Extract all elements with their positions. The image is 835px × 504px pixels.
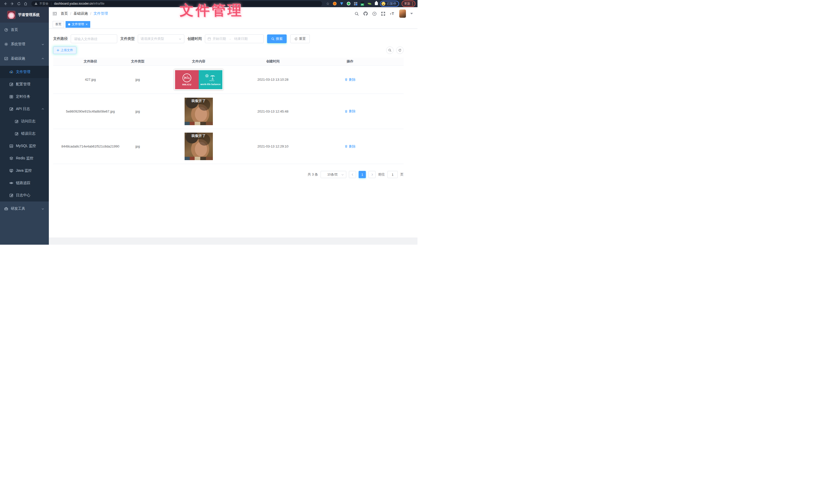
extension-leaf-icon[interactable] [367, 2, 371, 6]
refresh-icon [294, 37, 298, 41]
search-icon [388, 48, 391, 52]
file-path-label: 文件路径 [53, 37, 68, 41]
sidebar-item-error-logs[interactable]: 错误日志 [0, 127, 49, 140]
file-path-input[interactable] [71, 35, 117, 43]
cell-actions: 删除 [297, 77, 404, 82]
browser-back-button[interactable] [2, 1, 9, 6]
cell-file-type: jpg [127, 78, 148, 82]
sidebar-item-scheduled-jobs[interactable]: 定时任务 [0, 90, 49, 103]
sidebar-item-home[interactable]: 首页 [0, 23, 49, 37]
total-count: 共 3 条 [308, 172, 318, 177]
next-page-button[interactable] [368, 171, 375, 178]
delete-button[interactable]: 删除 [345, 77, 355, 82]
badge-right-text: work-life balance [201, 83, 221, 86]
security-warning-icon [35, 2, 38, 5]
sidebar-item-file-management[interactable]: 文件管理 [0, 66, 49, 78]
file-preview-996icu-image[interactable]: 996.ICU work-life balance [174, 69, 223, 90]
browser-menu-kebab-icon[interactable] [412, 2, 413, 5]
extension-puzzle-icon[interactable] [374, 2, 379, 6]
extension-on-switch-icon[interactable]: on [361, 2, 365, 6]
sidebar-collapse-button[interactable] [53, 12, 57, 16]
mysql-chart-icon [9, 144, 13, 148]
sidebar-item-infra[interactable]: 基础设施 [0, 51, 49, 66]
page-size-select[interactable]: 10条/页 [321, 171, 346, 178]
header-actions: ? TT [354, 9, 413, 18]
toolbox-icon [4, 207, 8, 211]
browser-reload-button[interactable] [16, 1, 22, 6]
main-area: 首页 / 基础设施 / 文件管理 ? T [49, 7, 418, 245]
sidebar-item-redis-monitor[interactable]: Redis 监控 [0, 152, 49, 165]
cell-created-time: 2021-03-13 12:45:48 [249, 109, 297, 113]
header-search-icon[interactable] [354, 12, 359, 16]
chevron-right-icon [371, 173, 373, 176]
toggle-search-button[interactable] [386, 46, 393, 54]
breadcrumb-home[interactable]: 首页 [61, 11, 68, 16]
file-type-select[interactable]: 请选择文件类型 [138, 35, 184, 43]
gear-icon [4, 42, 8, 46]
sidebar-logo[interactable]: 芋道管理系统 [0, 7, 49, 23]
upload-file-button[interactable]: 上传文件 [53, 46, 76, 54]
font-size-icon[interactable]: TT [390, 12, 395, 16]
refresh-table-button[interactable] [396, 46, 404, 54]
delete-button[interactable]: 删除 [345, 109, 355, 113]
tab-close-icon[interactable]: × [86, 23, 88, 26]
breadcrumb-file-management[interactable]: 文件管理 [94, 11, 108, 16]
sidebar-item-java-monitor[interactable]: Java 监控 [0, 165, 49, 177]
help-icon[interactable]: ? [372, 12, 376, 16]
log-edit-icon [15, 132, 19, 136]
cell-file-type: jpg [127, 109, 148, 113]
extension-drop-icon[interactable] [340, 2, 344, 6]
extension-grid-icon[interactable] [353, 2, 358, 6]
sidebar-item-tracing[interactable]: 链路追踪 [0, 177, 49, 189]
profile-paused-pill[interactable]: 已暂停 [380, 1, 399, 7]
tags-view-bar: 首页 文件管理 × [49, 20, 418, 29]
table-row: 427.jpg jpg 996.ICU [53, 65, 404, 94]
extension-green-circle-icon[interactable] [347, 2, 351, 6]
cell-file-content: 我裂开了 [148, 98, 249, 125]
bookmark-star-icon[interactable]: ☆ [326, 2, 330, 6]
user-menu-caret-icon[interactable] [410, 13, 413, 14]
sidebar-item-config[interactable]: 配置管理 [0, 78, 49, 90]
user-avatar[interactable] [399, 9, 406, 18]
table-toolbar: 上传文件 [53, 46, 404, 54]
delete-button[interactable]: 删除 [345, 144, 355, 149]
extension-gear-icon[interactable] [333, 2, 337, 6]
dashboard-icon [4, 28, 8, 32]
url-bar[interactable]: 不安全 | dashboard.yudao.iocoder.cn /infra/… [32, 1, 322, 6]
svg-text:?: ? [374, 12, 375, 15]
cell-file-content: 我裂开了 [148, 133, 249, 160]
tab-file-management[interactable]: 文件管理 × [65, 21, 90, 28]
sidebar-item-dev-tools[interactable]: 研发工具 [0, 202, 49, 216]
file-preview-baby-meme-image[interactable]: 我裂开了 [185, 98, 213, 125]
cell-file-path: 8448cada8c714e4ab61f521c8da21990 [53, 144, 127, 148]
security-label: 不安全 [39, 2, 48, 6]
reset-button[interactable]: 重置 [290, 35, 310, 43]
sidebar-item-system[interactable]: 系统管理 [0, 37, 49, 51]
fullscreen-icon[interactable] [381, 12, 385, 16]
goto-label: 前往 [378, 172, 385, 177]
badge-left-text: 996.ICU [182, 83, 191, 86]
sidebar-item-log-center[interactable]: 日志中心 [0, 189, 49, 202]
search-button[interactable]: 搜索 [267, 35, 287, 43]
browser-update-button[interactable]: 更新 [402, 1, 415, 7]
tab-home[interactable]: 首页 [53, 21, 64, 28]
page-number-current[interactable]: 1 [359, 171, 366, 178]
goto-page-input[interactable] [387, 171, 398, 178]
date-range-picker[interactable]: 开始日期 - 结束日期 [205, 35, 264, 43]
sidebar-item-api-logs[interactable]: API 日志 [0, 103, 49, 115]
cell-file-path: 5e8609290e915c4fa8b08e67.jpg [53, 109, 127, 113]
url-host: dashboard.yudao.iocoder.cn [54, 2, 93, 5]
sidebar-item-access-logs[interactable]: 访问日志 [0, 115, 49, 127]
sidebar-item-mysql-monitor[interactable]: MySQL 监控 [0, 140, 49, 152]
sidebar: 芋道管理系统 首页 系统管理 基础设施 文件管理 配置管理 [0, 7, 49, 245]
file-preview-baby-meme-image[interactable]: 我裂开了 [185, 133, 213, 160]
col-header-type: 文件类型 [127, 59, 148, 64]
breadcrumb-infra[interactable]: 基础设施 [74, 11, 88, 16]
chevron-down-icon [179, 38, 182, 40]
browser-home-button[interactable] [22, 1, 29, 6]
browser-forward-button[interactable] [9, 1, 16, 6]
infra-submenu: 文件管理 配置管理 定时任务 API 日志 访问日志 错误日志 [0, 66, 49, 202]
log-edit-icon [9, 193, 13, 197]
prev-page-button[interactable] [349, 171, 356, 178]
github-icon[interactable] [363, 11, 368, 16]
